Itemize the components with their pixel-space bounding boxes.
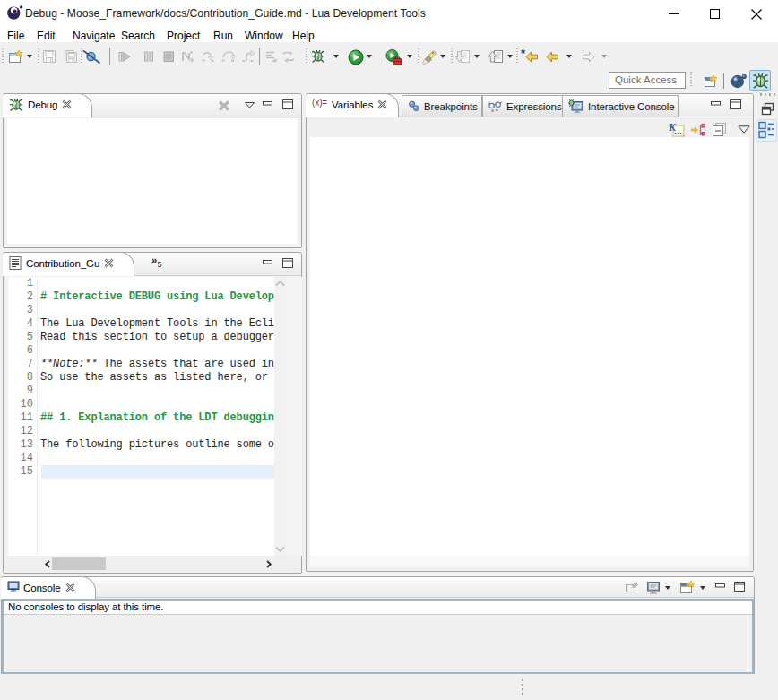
svg-text:x =: x = bbox=[491, 108, 498, 113]
svg-text:K: K bbox=[669, 122, 677, 134]
svg-text:*: * bbox=[521, 49, 526, 60]
